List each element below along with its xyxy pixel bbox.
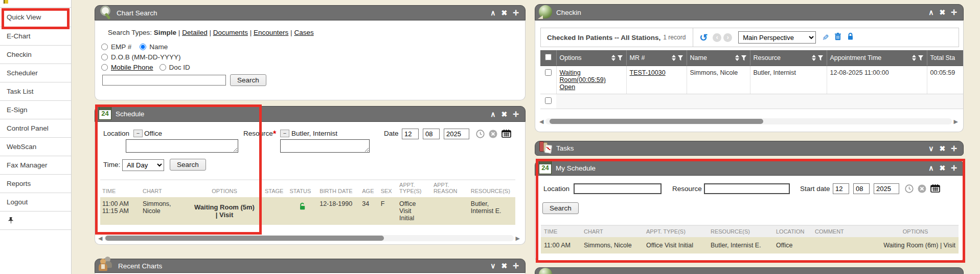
search-type-documents[interactable]: Documents bbox=[213, 29, 248, 36]
col-stage[interactable]: STAGE bbox=[263, 180, 288, 197]
col-appointment-time[interactable]: Appointment Time bbox=[827, 50, 927, 66]
col-comment[interactable]: COMMENT bbox=[812, 225, 872, 237]
search-type-detailed[interactable]: Detailed bbox=[182, 29, 208, 36]
edit-perspective-icon[interactable]: ✎ bbox=[822, 33, 829, 43]
expand-icon[interactable]: ∨ bbox=[490, 262, 495, 269]
dob-radio[interactable] bbox=[101, 54, 108, 60]
scroll-right-arrow[interactable]: ▶ bbox=[516, 236, 520, 241]
schedule-search-button[interactable]: Search bbox=[170, 159, 206, 171]
date-month-input[interactable] bbox=[833, 183, 849, 194]
sidebar-item-logout[interactable]: Logout bbox=[0, 193, 71, 212]
date-year-input[interactable] bbox=[874, 183, 899, 194]
move-icon[interactable]: ✛ bbox=[951, 9, 957, 16]
sort-icon[interactable] bbox=[812, 55, 816, 61]
move-icon[interactable]: ✛ bbox=[513, 262, 519, 269]
date-year-input[interactable] bbox=[444, 129, 469, 139]
my-schedule-appointment-row[interactable]: 11:00 AM Simmons, Nicole Office Visit In… bbox=[541, 237, 959, 254]
close-icon[interactable]: ✖ bbox=[940, 164, 946, 172]
col-options[interactable]: OPTIONS bbox=[186, 180, 263, 197]
waiting-room-link[interactable]: Waiting Room(00:05:59) bbox=[560, 69, 623, 83]
filter-icon[interactable] bbox=[918, 55, 924, 61]
scroll-left-arrow[interactable]: ◀ bbox=[539, 119, 543, 124]
location-collapse-button[interactable]: − bbox=[133, 130, 143, 137]
sort-icon[interactable] bbox=[672, 55, 676, 61]
tasks-header[interactable]: Tasks ∨ ✖ ✛ bbox=[535, 141, 964, 156]
collapse-icon[interactable]: ∧ bbox=[928, 164, 933, 172]
col-birth-date[interactable]: BIRTH DATE bbox=[317, 180, 360, 197]
recent-charts-header[interactable]: Recent Charts ∨ ✖ ✛ bbox=[95, 259, 526, 273]
search-type-cases[interactable]: Cases bbox=[294, 29, 313, 36]
sidebar-item-task-list[interactable]: Task List bbox=[0, 82, 71, 101]
col-resources[interactable]: RESOURCE(S) bbox=[469, 180, 515, 197]
resource-input[interactable] bbox=[704, 183, 790, 194]
cell-options[interactable]: Waiting Room (6m) | Visit bbox=[872, 237, 959, 254]
col-resources[interactable]: RESOURCE(S) bbox=[708, 225, 773, 237]
date-day-input[interactable] bbox=[853, 183, 870, 194]
checkin-horizontal-scrollbar[interactable]: ◀ ▶ bbox=[539, 118, 958, 125]
resource-textarea[interactable] bbox=[280, 139, 370, 153]
mr-number-link[interactable]: TEST-10030 bbox=[630, 69, 666, 76]
schedule-appointment-row[interactable]: 11:00 AM11:15 AM Simmons,Nicole Waiting … bbox=[100, 197, 515, 225]
close-icon[interactable]: ✖ bbox=[502, 9, 508, 16]
close-icon[interactable]: ✖ bbox=[502, 111, 508, 118]
col-sex[interactable]: SEX bbox=[379, 180, 397, 197]
col-total-stay[interactable]: Total Sta bbox=[927, 50, 964, 66]
row-checkbox[interactable] bbox=[545, 97, 552, 104]
sidebar-pin-button[interactable] bbox=[0, 212, 71, 230]
doc-id-radio[interactable] bbox=[159, 64, 166, 71]
time-picker-icon[interactable] bbox=[905, 184, 914, 195]
sort-icon[interactable] bbox=[735, 55, 739, 61]
close-icon[interactable]: ✖ bbox=[502, 262, 508, 269]
delete-perspective-icon[interactable] bbox=[834, 32, 841, 43]
scrollbar-thumb[interactable] bbox=[105, 236, 384, 241]
move-icon[interactable]: ✛ bbox=[951, 164, 957, 172]
sort-icon[interactable] bbox=[912, 55, 916, 61]
col-options[interactable]: OPTIONS bbox=[872, 225, 959, 237]
col-chart[interactable]: CHART bbox=[581, 225, 643, 237]
sidebar-item-control-panel[interactable]: Control Panel bbox=[0, 119, 71, 138]
collapse-icon[interactable]: ∧ bbox=[490, 9, 495, 16]
filter-icon[interactable] bbox=[741, 55, 747, 61]
chart-search-input[interactable] bbox=[102, 75, 226, 86]
scrollbar-thumb[interactable] bbox=[550, 119, 763, 124]
location-input[interactable] bbox=[574, 183, 662, 194]
clear-date-icon[interactable] bbox=[918, 184, 926, 195]
collapse-icon[interactable]: ∧ bbox=[928, 9, 933, 16]
search-type-encounters[interactable]: Encounters bbox=[254, 29, 288, 36]
refresh-icon[interactable]: ↺ bbox=[699, 33, 708, 43]
sidebar-item-quick-view[interactable]: Quick View bbox=[0, 8, 71, 27]
next-perspective-icon[interactable]: › bbox=[723, 33, 732, 42]
col-status[interactable]: STATUS bbox=[288, 180, 318, 197]
prev-perspective-icon[interactable]: ‹ bbox=[713, 33, 721, 42]
move-icon[interactable]: ✛ bbox=[513, 111, 519, 118]
move-icon[interactable]: ✛ bbox=[513, 9, 519, 16]
schedule-header[interactable]: 24 Schedule ∧ ✖ ✛ bbox=[95, 106, 526, 122]
scroll-right-arrow[interactable]: ▶ bbox=[954, 119, 958, 124]
calendar-picker-icon[interactable] bbox=[930, 184, 940, 195]
col-appt-reason[interactable]: APPT. REASON bbox=[431, 180, 469, 197]
chart-search-header[interactable]: Chart Search ∧ ✖ ✛ bbox=[95, 5, 526, 20]
sidebar-item-e-sign[interactable]: E-Sign bbox=[0, 101, 71, 119]
perspective-select[interactable]: Main Perspective bbox=[738, 31, 816, 44]
col-time[interactable]: TIME bbox=[541, 225, 581, 237]
col-time[interactable]: TIME bbox=[100, 180, 141, 197]
location-textarea[interactable] bbox=[126, 139, 238, 153]
col-chart[interactable]: CHART bbox=[141, 180, 186, 197]
date-month-input[interactable] bbox=[402, 129, 419, 139]
scroll-left-arrow[interactable]: ◀ bbox=[98, 236, 102, 241]
my-schedule-header[interactable]: 24 My Schedule ∧ ✖ ✛ bbox=[535, 160, 964, 176]
time-picker-icon[interactable] bbox=[476, 130, 485, 140]
lock-perspective-icon[interactable] bbox=[847, 32, 854, 43]
clear-date-icon[interactable] bbox=[489, 130, 497, 140]
expand-icon[interactable]: ∨ bbox=[928, 145, 933, 152]
col-name[interactable]: Name bbox=[687, 50, 750, 66]
emp-radio[interactable] bbox=[101, 44, 108, 50]
sidebar-item-webscan[interactable]: WebScan bbox=[0, 138, 71, 156]
cell-options[interactable]: Waiting Room (5m)| Visit bbox=[186, 197, 263, 225]
col-resource[interactable]: Resource bbox=[750, 50, 827, 66]
open-link[interactable]: Open bbox=[560, 83, 623, 91]
schedule-horizontal-scrollbar[interactable]: ◀ ▶ bbox=[98, 235, 520, 242]
filter-icon[interactable] bbox=[618, 55, 623, 61]
row-checkbox[interactable] bbox=[545, 69, 552, 76]
search-type-simple[interactable]: Simple bbox=[154, 29, 176, 36]
